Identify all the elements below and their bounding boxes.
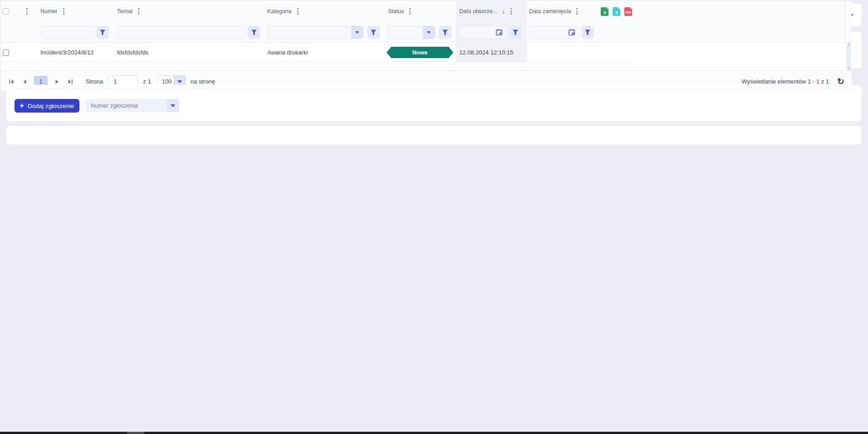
filter-button-data-zamkniecia[interactable] xyxy=(581,26,594,39)
next-page-button[interactable] xyxy=(54,78,60,85)
first-page-icon xyxy=(9,79,14,84)
column-menu-kebab-icon[interactable] xyxy=(296,7,299,15)
per-page-label: na stronę xyxy=(191,78,215,85)
plus-icon: + xyxy=(20,102,24,109)
add-ticket-button[interactable]: + Dodaj zgłoszenie xyxy=(15,99,79,113)
page-label: Strona xyxy=(86,78,103,85)
grid-header-end-line xyxy=(845,0,845,42)
export-pdf-icon[interactable]: PDF xyxy=(624,7,633,16)
ticket-number-placeholder: Numer zgłoszenia xyxy=(85,102,167,109)
next-page-icon xyxy=(55,79,59,84)
filter-dropdown-kategoria[interactable] xyxy=(267,26,363,39)
filter-button-status[interactable] xyxy=(439,26,451,39)
horizontal-scrollbar[interactable] xyxy=(0,432,868,434)
column-menu-kebab-icon[interactable] xyxy=(510,7,513,15)
row-checkbox[interactable] xyxy=(3,49,9,56)
tickets-grid: Numer Temat Kategoria Status Data utworz… xyxy=(0,0,852,92)
filter-date-data-zamkniecia[interactable] xyxy=(529,26,579,39)
column-header-kategoria[interactable]: Kategoria xyxy=(267,8,292,15)
funnel-icon xyxy=(370,30,377,35)
column-header-data-utworzenia[interactable]: Data utworze... xyxy=(459,8,497,15)
svg-text:PDF: PDF xyxy=(626,10,632,14)
column-header-numer[interactable]: Numer xyxy=(40,8,58,15)
column-menu-kebab-icon[interactable] xyxy=(137,7,140,15)
column-menu-kebab-icon[interactable] xyxy=(408,7,412,15)
funnel-icon xyxy=(251,30,257,35)
column-menu-kebab-icon[interactable] xyxy=(575,7,579,15)
funnel-icon xyxy=(584,30,591,35)
grid-header: Numer Temat Kategoria Status Data utworz… xyxy=(0,0,852,43)
export-excel-icon[interactable]: x xyxy=(600,7,610,16)
table-row[interactable]: Incident/3/2024/8/12 fdsfdsfdsfds Awaria… xyxy=(0,43,852,62)
filter-date-data-utworzenia[interactable] xyxy=(459,26,506,39)
page-count-label: z 1 xyxy=(143,78,151,85)
cell-data-utworzenia: 12.08.2024 12:10:15 xyxy=(456,43,527,62)
funnel-icon xyxy=(512,30,519,35)
cell-kategoria: Awaria drukarki xyxy=(263,49,384,56)
column-header-data-zamkniecia[interactable]: Data zamknięcia xyxy=(529,8,571,15)
cell-numer: Incident/3/2024/8/12 xyxy=(33,49,112,56)
chevron-down-icon xyxy=(177,80,182,83)
calendar-icon xyxy=(495,29,503,36)
chevron-down-icon xyxy=(355,31,359,34)
previous-page-button[interactable] xyxy=(21,78,28,85)
filter-input-numer[interactable] xyxy=(40,26,94,39)
filter-input-temat[interactable] xyxy=(117,26,246,39)
column-menu-kebab-icon[interactable] xyxy=(25,7,29,15)
filter-dropdown-status[interactable] xyxy=(388,26,435,39)
row-bottom-border xyxy=(0,62,633,62)
scroll-down-arrow-icon[interactable] xyxy=(848,68,850,69)
status-badge: Nowe xyxy=(387,47,453,58)
column-header-status[interactable]: Status xyxy=(388,8,404,15)
toolbar-card: + Dodaj zgłoszenie Numer zgłoszenia xyxy=(6,85,862,121)
scroll-up-arrow-icon[interactable] xyxy=(848,44,850,45)
last-page-icon xyxy=(68,79,73,84)
filter-button-numer[interactable] xyxy=(96,26,109,39)
funnel-icon xyxy=(442,30,448,35)
filter-button-temat[interactable] xyxy=(248,26,260,39)
column-header-temat[interactable]: Temat xyxy=(117,8,132,15)
vertical-scrollbar[interactable] xyxy=(847,43,851,70)
first-page-button[interactable] xyxy=(8,78,15,85)
horizontal-scrollbar-thumb[interactable] xyxy=(127,432,144,434)
toolbar-divider xyxy=(11,89,857,89)
calendar-icon xyxy=(568,29,575,36)
chevron-down-icon xyxy=(427,31,431,34)
svg-text:x: x xyxy=(615,10,618,15)
filter-button-data-utworzenia[interactable] xyxy=(509,26,522,39)
funnel-icon xyxy=(99,30,106,35)
add-ticket-button-label: Dodaj zgłoszenie xyxy=(28,103,74,109)
chevron-down-icon xyxy=(171,104,175,107)
last-page-button[interactable] xyxy=(67,78,74,85)
combobox-dropdown-button[interactable] xyxy=(167,99,179,112)
secondary-toolbar-card xyxy=(6,126,862,144)
svg-text:x: x xyxy=(603,10,606,15)
toolbar-vertical-separator xyxy=(83,101,83,110)
grid-body: Incident/3/2024/8/12 fdsfdsfdsfds Awaria… xyxy=(0,43,852,70)
filter-button-kategoria[interactable] xyxy=(367,26,380,39)
previous-page-icon xyxy=(22,79,27,84)
ticket-number-combobox[interactable]: Numer zgłoszenia xyxy=(85,99,179,112)
pager-info: Wyświetlanie elementów 1 - 1 z 1 xyxy=(741,78,829,85)
column-menu-kebab-icon[interactable] xyxy=(62,7,65,15)
cell-temat: fdsfdsfdsfds xyxy=(112,49,263,56)
export-csv-icon[interactable]: x xyxy=(612,7,622,16)
sort-descending-icon[interactable]: ↓ xyxy=(502,8,505,15)
select-all-checkbox[interactable] xyxy=(3,8,9,15)
page-size-value: 100 xyxy=(158,78,174,85)
